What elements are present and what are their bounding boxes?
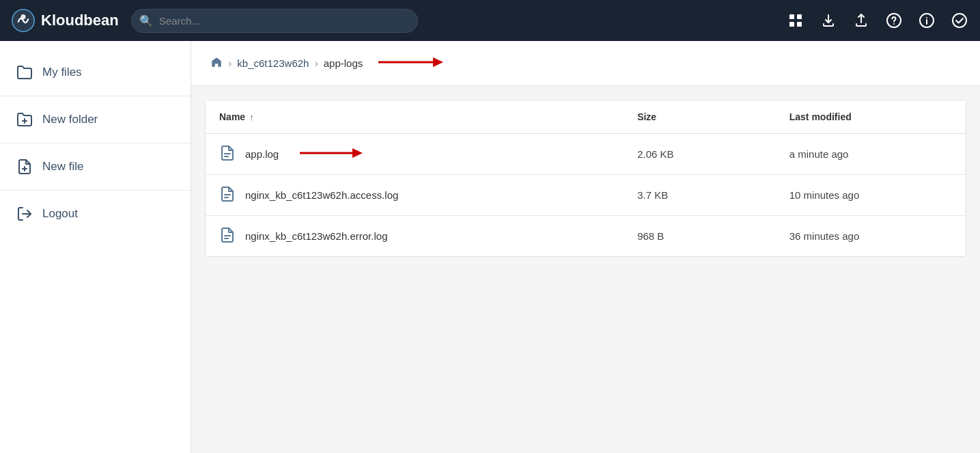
annotation-arrow-breadcrumb: [375, 55, 443, 72]
sidebar-label-new-file: New file: [42, 160, 83, 174]
sidebar-item-new-file[interactable]: New file: [0, 146, 191, 187]
search-input[interactable]: [131, 9, 418, 33]
table-row[interactable]: nginx_kb_c6t123w62h.access.log3.7 KB10 m…: [206, 175, 966, 216]
search-icon: 🔍: [139, 14, 153, 27]
main-content: › kb_c6t123w62h › app-logs Name: [191, 41, 980, 453]
folder-plus-icon: [16, 111, 33, 128]
info-icon[interactable]: [917, 11, 936, 30]
svg-marker-22: [352, 148, 363, 158]
upload-icon[interactable]: [852, 11, 871, 30]
breadcrumb: › kb_c6t123w62h › app-logs: [191, 41, 980, 86]
file-size-2: 968 B: [624, 216, 776, 257]
file-size-1: 3.7 KB: [624, 175, 776, 216]
svg-rect-2: [789, 14, 794, 19]
file-size-0: 2.06 KB: [624, 134, 776, 175]
download-icon[interactable]: [819, 11, 838, 30]
breadcrumb-segment2: app-logs: [324, 57, 363, 69]
col-size[interactable]: Size: [624, 100, 776, 134]
table-row[interactable]: nginx_kb_c6t123w62h.error.log968 B36 min…: [206, 216, 966, 257]
svg-marker-18: [433, 57, 443, 67]
breadcrumb-sep-1: ›: [228, 57, 232, 70]
file-doc-icon: [219, 186, 236, 204]
file-name-text-1[interactable]: nginx_kb_c6t123w62h.access.log: [245, 189, 398, 201]
annotation-arrow-file: [296, 146, 365, 163]
sidebar-label-new-folder: New folder: [42, 113, 98, 126]
file-name-wrapper-1: nginx_kb_c6t123w62h.access.log: [219, 186, 610, 204]
folder-icon: [16, 64, 33, 81]
sidebar-item-my-files[interactable]: My files: [0, 52, 191, 93]
table-header-row: Name ↑ Size Last modified: [206, 100, 966, 134]
checkmark-icon[interactable]: [950, 11, 969, 30]
help-icon[interactable]: [884, 11, 904, 30]
svg-point-11: [953, 14, 966, 27]
breadcrumb-segment1[interactable]: kb_c6t123w62h: [237, 57, 309, 69]
file-modified-2: 36 minutes ago: [776, 216, 966, 257]
file-name-text-0[interactable]: app.log: [245, 148, 279, 160]
file-doc-icon: [219, 145, 236, 163]
file-modified-0: a minute ago: [776, 134, 966, 175]
sort-arrow-icon: ↑: [249, 112, 254, 122]
grid-icon[interactable]: [786, 11, 805, 30]
search-bar: 🔍: [131, 9, 418, 33]
file-name-wrapper-0: app.log: [219, 145, 610, 163]
file-doc-icon: [219, 227, 236, 245]
breadcrumb-sep-2: ›: [314, 57, 318, 70]
logout-icon: [16, 206, 33, 222]
svg-rect-3: [797, 14, 802, 19]
sidebar-divider-1: [0, 96, 191, 96]
svg-rect-5: [797, 22, 802, 27]
svg-point-1: [20, 14, 25, 19]
table-row[interactable]: app.log 2.06 KBa minute ago: [206, 134, 966, 175]
col-name[interactable]: Name ↑: [206, 100, 624, 134]
logo[interactable]: Kloudbean: [11, 8, 120, 33]
file-name-cell-1: nginx_kb_c6t123w62h.access.log: [206, 175, 624, 216]
sidebar: My files New folder New file: [0, 41, 191, 453]
svg-point-10: [926, 17, 927, 18]
file-table: Name ↑ Size Last modified app.log 2.06 K…: [206, 100, 966, 256]
file-name-cell-0: app.log: [206, 134, 624, 175]
sidebar-label-my-files: My files: [42, 66, 82, 79]
sidebar-divider-2: [0, 143, 191, 143]
header-actions: [786, 11, 969, 30]
file-name-text-2[interactable]: nginx_kb_c6t123w62h.error.log: [245, 230, 387, 242]
sidebar-item-logout[interactable]: Logout: [0, 193, 191, 234]
file-table-container: Name ↑ Size Last modified app.log 2.06 K…: [205, 100, 966, 257]
breadcrumb-home-icon[interactable]: [210, 56, 223, 70]
sidebar-label-logout: Logout: [42, 207, 78, 221]
svg-rect-4: [789, 22, 794, 27]
file-plus-icon: [16, 159, 33, 175]
col-name-label: Name: [219, 111, 245, 122]
sidebar-divider-3: [0, 190, 191, 191]
file-name-wrapper-2: nginx_kb_c6t123w62h.error.log: [219, 227, 610, 245]
file-name-cell-2: nginx_kb_c6t123w62h.error.log: [206, 216, 624, 257]
app-header: Kloudbean 🔍: [0, 0, 980, 41]
svg-point-7: [893, 23, 895, 25]
logo-text: Kloudbean: [41, 12, 119, 29]
col-last-modified[interactable]: Last modified: [776, 100, 966, 134]
sidebar-item-new-folder[interactable]: New folder: [0, 99, 191, 140]
file-modified-1: 10 minutes ago: [776, 175, 966, 216]
